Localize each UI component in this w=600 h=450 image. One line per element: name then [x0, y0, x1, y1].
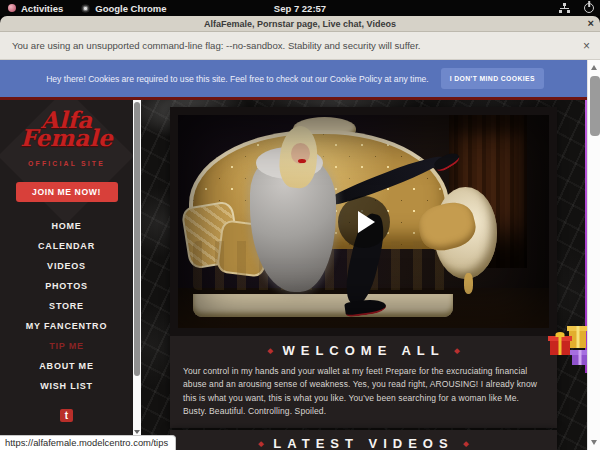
sidebar-item-tip-me[interactable]: TIP ME: [0, 336, 133, 356]
main-content: ◆ WELCOME ALL ◆ Your control in my hands…: [141, 100, 600, 450]
system-bar: Activities Google Chrome Sep 7 22:57: [0, 0, 600, 16]
scrollbar-down-icon[interactable]: [591, 440, 597, 445]
page-scrollbar[interactable]: [587, 60, 600, 450]
sidebar-item-photos[interactable]: PHOTOS: [0, 276, 133, 296]
inner-scrollbar-thumb[interactable]: [134, 102, 140, 376]
logo-line2: Female: [0, 128, 133, 148]
window-title: AlfaFemale, Pornstar page, Live chat, Vi…: [204, 19, 396, 29]
site: Alfa Female OFFICIAL SITE JOIN ME NOW! H…: [0, 97, 600, 450]
official-site-tagline: OFFICIAL SITE: [0, 160, 133, 167]
welcome-heading: ◆ WELCOME ALL ◆: [183, 343, 544, 358]
sidebar-item-calendar[interactable]: CALENDAR: [0, 236, 133, 256]
inner-scrollbar-down-icon[interactable]: [134, 430, 140, 434]
cookie-banner: Hey there! Cookies are required to use t…: [0, 60, 600, 97]
screen: Activities Google Chrome Sep 7 22:57 Alf…: [0, 0, 600, 450]
join-me-now-button[interactable]: JOIN ME NOW!: [16, 182, 118, 202]
heading-bullet: ◆: [267, 347, 272, 354]
welcome-title: WELCOME ALL: [282, 343, 444, 358]
scrollbar-up-icon[interactable]: [591, 65, 597, 70]
inner-scrollbar[interactable]: [133, 100, 141, 450]
heading-bullet: ◆: [463, 440, 468, 447]
heading-bullet: ◆: [454, 347, 459, 354]
infobar-close-icon[interactable]: ×: [583, 39, 590, 53]
play-button[interactable]: [338, 196, 390, 248]
chrome-icon: [81, 4, 90, 13]
play-icon: [358, 211, 375, 233]
activities-label: Activities: [21, 3, 63, 14]
status-url: https://alfafemale.modelcentro.com/tips: [0, 435, 176, 450]
cookie-accept-button[interactable]: I DON'T MIND COOKIES: [441, 68, 544, 89]
sidebar: Alfa Female OFFICIAL SITE JOIN ME NOW! H…: [0, 100, 133, 450]
scrollbar-thumb[interactable]: [590, 76, 600, 136]
browser-viewport: Hey there! Cookies are required to use t…: [0, 60, 600, 450]
activities-icon: [8, 4, 16, 12]
cookie-message: Hey there! Cookies are required to use t…: [46, 74, 429, 84]
gift-icon: [572, 350, 587, 365]
sidebar-item-my-fancentro[interactable]: MY FANCENTRO: [0, 316, 133, 336]
welcome-panel: ◆ WELCOME ALL ◆ Your control in my hands…: [170, 107, 557, 428]
activities-button[interactable]: Activities: [8, 3, 63, 14]
latest-videos-panel: ◆ LATEST VIDEOS ◆: [170, 430, 557, 450]
sidebar-item-videos[interactable]: VIDEOS: [0, 256, 133, 276]
chrome-app-button[interactable]: Google Chrome: [81, 3, 166, 14]
video-player: [170, 107, 557, 336]
twitter-icon[interactable]: t: [60, 409, 73, 422]
site-logo[interactable]: Alfa Female: [0, 110, 133, 148]
network-icon[interactable]: [559, 3, 570, 13]
power-icon[interactable]: [584, 3, 594, 13]
sandbox-infobar: You are using an unsupported command-lin…: [0, 32, 600, 60]
window-titlebar: AlfaFemale, Pornstar page, Live chat, Vi…: [0, 16, 600, 32]
heading-bullet: ◆: [258, 440, 263, 447]
sidebar-item-wish-list[interactable]: WISH LIST: [0, 376, 133, 396]
sidebar-item-home[interactable]: HOME: [0, 216, 133, 236]
gift-icon: [550, 336, 570, 355]
welcome-text: Your control in my hands and your wallet…: [183, 365, 544, 419]
latest-videos-heading: ◆ LATEST VIDEOS ◆: [170, 436, 557, 450]
gifts-widget[interactable]: [550, 326, 588, 374]
chrome-label: Google Chrome: [95, 3, 166, 14]
sidebar-item-store[interactable]: STORE: [0, 296, 133, 316]
window-close-icon[interactable]: ×: [588, 17, 594, 29]
welcome-section: ◆ WELCOME ALL ◆ Your control in my hands…: [170, 336, 557, 428]
latest-videos-title: LATEST VIDEOS: [273, 436, 453, 450]
sidebar-nav: HOME CALENDAR VIDEOS PHOTOS STORE MY FAN…: [0, 216, 133, 396]
infobar-message: You are using an unsupported command-lin…: [12, 40, 421, 51]
sidebar-item-about-me[interactable]: ABOUT ME: [0, 356, 133, 376]
